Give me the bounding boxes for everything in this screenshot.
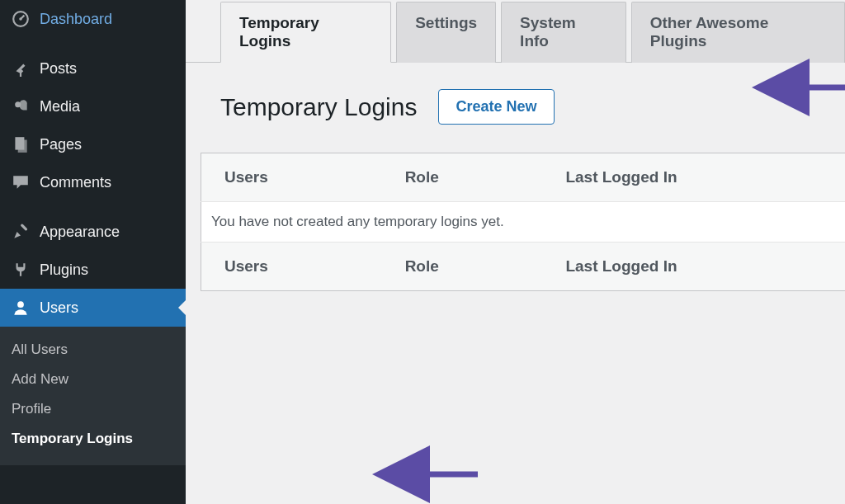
page-title: Temporary Logins [220, 93, 417, 121]
temporary-logins-table: UsersRoleLast Logged In You have not cre… [201, 153, 845, 291]
sidebar-item-label: Posts [40, 60, 77, 78]
table-empty-row: You have not created any temporary login… [201, 202, 846, 243]
sidebar-item-plugins[interactable]: Plugins [0, 251, 186, 289]
sidebar-item-label: Comments [40, 174, 111, 191]
tab-settings[interactable]: Settings [396, 2, 496, 63]
submenu-item-profile[interactable]: Profile [0, 394, 186, 424]
column-header-role: Role [382, 243, 543, 291]
tab-system-info[interactable]: System Info [501, 2, 626, 63]
column-header-users: Users [201, 153, 382, 202]
comments-icon [12, 173, 30, 191]
column-header-role: Role [382, 153, 543, 202]
pages-icon [12, 135, 30, 153]
temporary-logins-table-wrap: UsersRoleLast Logged In You have not cre… [201, 153, 845, 291]
tab-other-awesome-plugins[interactable]: Other Awesome Plugins [631, 2, 845, 63]
annotation-arrow-submenu-temporary-logins [377, 463, 484, 489]
sidebar-item-pages[interactable]: Pages [0, 125, 186, 163]
tab-bar: Temporary LoginsSettingsSystem InfoOther… [186, 2, 845, 63]
sidebar-item-label: Pages [40, 136, 82, 153]
submenu-item-add-new[interactable]: Add New [0, 365, 186, 394]
sidebar-item-label: Users [40, 299, 78, 317]
sidebar-submenu-users: All UsersAdd NewProfileTemporary Logins [0, 327, 186, 465]
sidebar-item-posts[interactable]: Posts [0, 49, 186, 87]
sidebar-item-label: Dashboard [40, 11, 112, 28]
sidebar-item-label: Media [40, 98, 80, 115]
pin-icon [12, 59, 30, 78]
submenu-item-all-users[interactable]: All Users [0, 335, 186, 365]
column-header-last-logged-in: Last Logged In [542, 243, 845, 291]
submenu-item-temporary-logins[interactable]: Temporary Logins [0, 424, 186, 454]
appearance-icon [12, 223, 30, 241]
sidebar-separator [0, 38, 186, 49]
dashboard-icon [12, 10, 30, 28]
tab-temporary-logins[interactable]: Temporary Logins [220, 2, 391, 63]
users-icon [12, 299, 30, 317]
sidebar-item-label: Plugins [40, 261, 88, 279]
sidebar-item-comments[interactable]: Comments [0, 163, 186, 201]
sidebar-separator [0, 201, 186, 213]
table-empty-message: You have not created any temporary login… [201, 202, 846, 243]
main-content: Temporary LoginsSettingsSystem InfoOther… [186, 0, 845, 504]
plugins-icon [12, 261, 30, 279]
create-new-button[interactable]: Create New [438, 89, 554, 125]
sidebar-item-dashboard[interactable]: Dashboard [0, 0, 186, 38]
media-icon [12, 97, 30, 115]
admin-sidebar: DashboardPostsMediaPagesCommentsAppearan… [0, 0, 186, 504]
sidebar-item-media[interactable]: Media [0, 87, 186, 125]
sidebar-item-label: Appearance [40, 224, 120, 241]
column-header-last-logged-in: Last Logged In [542, 153, 845, 202]
column-header-users: Users [201, 243, 382, 291]
sidebar-item-appearance[interactable]: Appearance [0, 213, 186, 251]
sidebar-item-users[interactable]: Users [0, 289, 186, 327]
